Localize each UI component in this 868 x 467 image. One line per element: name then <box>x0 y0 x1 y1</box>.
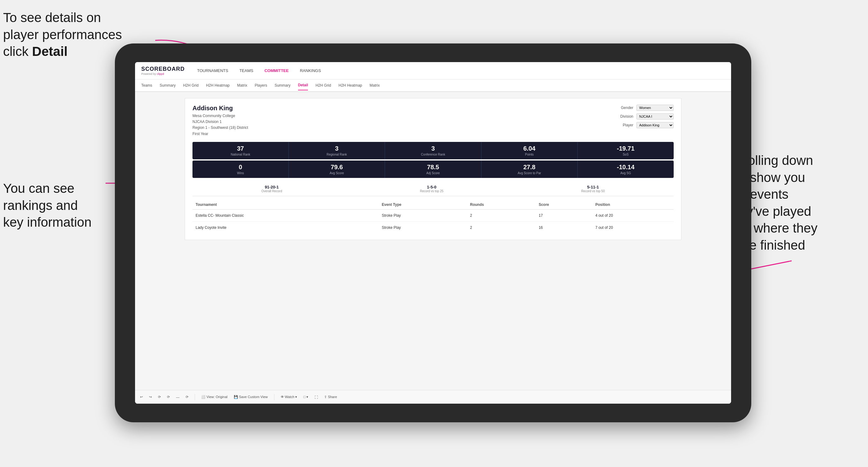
toolbar-fullscreen[interactable]: ⛶ <box>314 395 318 399</box>
player-header: Addison King Mesa Community College NJCA… <box>192 105 674 137</box>
division-label: Division <box>620 114 633 119</box>
cell-rounds: 2 <box>467 209 535 221</box>
player-detail-card: Addison King Mesa Community College NJCA… <box>185 98 681 240</box>
table-row: Lady Coyote Invite Stroke Play 2 16 7 ou… <box>192 221 674 234</box>
logo-scoreboard: SCOREBOARD <box>141 66 185 72</box>
gender-selector-row: Gender Women <box>621 105 674 111</box>
tablet-frame: SCOREBOARD Powered by clippd TOURNAMENTS… <box>115 43 751 422</box>
player-label: Player <box>623 123 633 127</box>
sub-nav-matrix2[interactable]: Matrix <box>370 81 380 90</box>
nav-committee[interactable]: COMMITTEE <box>265 68 289 73</box>
cell-event-type: Stroke Play <box>379 209 467 221</box>
toolbar-share[interactable]: ⇪ Share <box>324 395 337 399</box>
annotation-top-left: To see details on player performances cl… <box>3 9 127 60</box>
main-navigation: SCOREBOARD Powered by clippd TOURNAMENTS… <box>135 62 731 80</box>
cell-event-type: Stroke Play <box>379 221 467 234</box>
toolbar-sep-1 <box>195 394 195 400</box>
cell-tournament: Lady Coyote Invite <box>192 221 379 234</box>
cell-score: 16 <box>535 221 592 234</box>
player-division: NJCAA Division 1 <box>192 119 248 125</box>
stats-row-1: 37National Rank3Regional Rank3Conference… <box>192 142 674 159</box>
nav-rankings[interactable]: RANKINGS <box>300 68 321 73</box>
division-selector-row: Division NJCAA I <box>620 113 674 120</box>
col-tournament: Tournament <box>192 200 379 210</box>
cell-position: 7 out of 20 <box>592 221 674 234</box>
tablet-screen: SCOREBOARD Powered by clippd TOURNAMENTS… <box>135 62 731 404</box>
cell-rounds: 2 <box>467 221 535 234</box>
record-item: 5-11-1Record vs top 50 <box>581 185 605 193</box>
bottom-toolbar: ↩ ↪ ⟳ ⟳ — ⟳ ⬜ View: Original 💾 Save Cust… <box>135 390 731 404</box>
annotation-bottom-left: You can see rankings and key information <box>3 180 121 231</box>
stat-cell-sos: -19.71SoS <box>578 142 674 159</box>
col-rounds: Rounds <box>467 200 535 210</box>
col-event-type: Event Type <box>379 200 467 210</box>
record-item: 91-20-1Overall Record <box>261 185 282 193</box>
toolbar-refresh1[interactable]: ⟳ <box>158 395 161 399</box>
stat-cell-regional-rank: 3Regional Rank <box>289 142 385 159</box>
sub-nav-summary2[interactable]: Summary <box>274 81 290 90</box>
main-content: Addison King Mesa Community College NJCA… <box>135 92 731 390</box>
toolbar-watch[interactable]: 👁 Watch ▾ <box>281 395 298 399</box>
gender-label: Gender <box>621 105 633 110</box>
toolbar-minus[interactable]: — <box>176 395 180 399</box>
toolbar-view-original[interactable]: ⬜ View: Original <box>201 395 227 399</box>
nav-teams[interactable]: TEAMS <box>239 68 253 73</box>
stat-cell-adj-score: 78.5Adj Score <box>385 160 481 178</box>
records-row: 91-20-1Overall Record1-5-0Record vs top … <box>192 182 674 196</box>
cell-tournament: Estella CC- Mountain Classic <box>192 209 379 221</box>
stats-row-2: 0Wins79.6Avg Score78.5Adj Score27.8Avg S… <box>192 160 674 178</box>
stat-cell-wins: 0Wins <box>192 160 289 178</box>
player-info: Addison King Mesa Community College NJCA… <box>192 105 248 137</box>
cell-score: 17 <box>535 209 592 221</box>
annotation-bottom-left-line1: You can see <box>3 181 74 196</box>
col-position: Position <box>592 200 674 210</box>
sub-nav-h2h-heatmap2[interactable]: H2H Heatmap <box>338 81 362 90</box>
main-nav-items: TOURNAMENTS TEAMS COMMITTEE RANKINGS <box>197 68 321 73</box>
logo-clippd: clippd <box>157 72 164 75</box>
player-year: First Year <box>192 131 248 137</box>
sub-nav-h2h-heatmap[interactable]: H2H Heatmap <box>206 81 230 90</box>
col-score: Score <box>535 200 592 210</box>
stat-cell-avg-sg: -10.14Avg SG <box>578 160 674 178</box>
sub-nav-matrix[interactable]: Matrix <box>237 81 247 90</box>
player-selectors: Gender Women Division NJCAA I <box>620 105 674 137</box>
player-region: Region 1 - Southwest (18) District <box>192 125 248 131</box>
division-select[interactable]: NJCAA I <box>637 113 674 120</box>
toolbar-save-custom[interactable]: 💾 Save Custom View <box>234 395 268 399</box>
toolbar-redo[interactable]: ↪ <box>149 395 152 399</box>
table-row: Estella CC- Mountain Classic Stroke Play… <box>192 209 674 221</box>
logo-powered: Powered by clippd <box>141 72 185 75</box>
sub-nav-detail[interactable]: Detail <box>298 81 308 90</box>
player-selector-row: Player Addison King <box>623 122 674 128</box>
nav-tournaments[interactable]: TOURNAMENTS <box>197 68 228 73</box>
sub-navigation: Teams Summary H2H Grid H2H Heatmap Matri… <box>135 80 731 92</box>
annotation-bottom-left-line2: rankings and <box>3 198 78 213</box>
gender-select[interactable]: Women <box>637 105 674 111</box>
sub-nav-players[interactable]: Players <box>254 81 267 90</box>
stat-cell-national-rank: 37National Rank <box>192 142 289 159</box>
stat-cell-conference-rank: 3Conference Rank <box>385 142 481 159</box>
stat-cell-avg-score-to-par: 27.8Avg Score to Par <box>482 160 578 178</box>
sub-nav-teams[interactable]: Teams <box>141 81 152 90</box>
record-item: 1-5-0Record vs top 25 <box>420 185 444 193</box>
tournament-table: Tournament Event Type Rounds Score Posit… <box>192 200 674 234</box>
toolbar-screen[interactable]: □ ▾ <box>303 395 308 399</box>
stat-cell-avg-score: 79.6Avg Score <box>289 160 385 178</box>
toolbar-refresh2[interactable]: ⟳ <box>167 395 170 399</box>
toolbar-refresh3[interactable]: ⟳ <box>186 395 188 399</box>
cell-position: 4 out of 20 <box>592 209 674 221</box>
annotation-detail-bold: Detail <box>32 44 67 59</box>
sub-nav-summary[interactable]: Summary <box>160 81 176 90</box>
player-school: Mesa Community College <box>192 113 248 119</box>
logo-area: SCOREBOARD Powered by clippd <box>141 66 185 75</box>
sub-nav-h2h-grid2[interactable]: H2H Grid <box>315 81 331 90</box>
toolbar-undo[interactable]: ↩ <box>140 395 143 399</box>
sub-nav-h2h-grid[interactable]: H2H Grid <box>183 81 199 90</box>
stat-cell-points: 6.04Points <box>482 142 578 159</box>
player-select[interactable]: Addison King <box>637 122 674 128</box>
annotation-bottom-left-line3: key information <box>3 215 92 229</box>
player-name: Addison King <box>192 105 248 112</box>
